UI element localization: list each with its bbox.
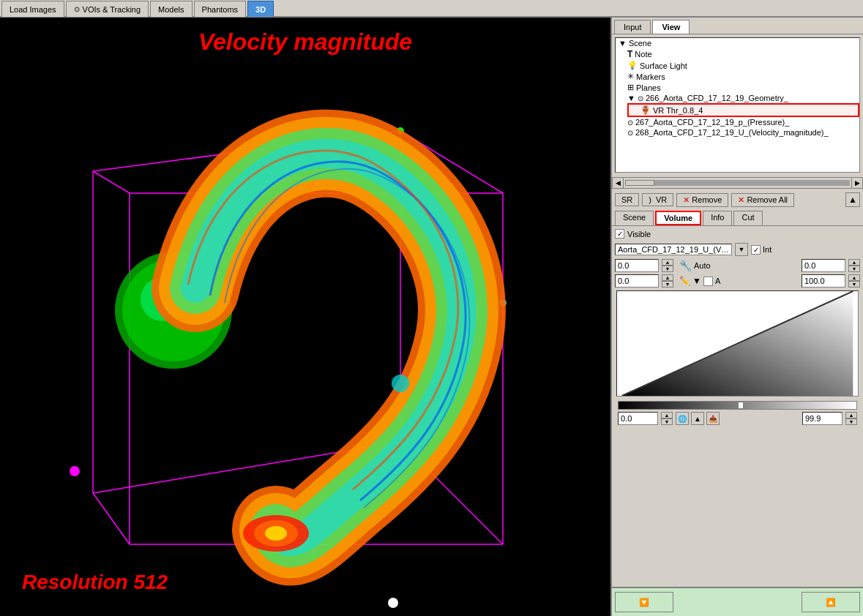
tree-icon-eye-266: ⊙	[638, 94, 643, 102]
tab-vois-tracking[interactable]: ⊙ VOIs & Tracking	[66, 1, 149, 17]
colorbar-max-up[interactable]: ▲	[845, 412, 857, 418]
range-min-down[interactable]: ▼	[662, 266, 673, 272]
tree-item-velocity-268[interactable]: ⊙ 268_Aorta_CFD_17_12_19_U_(Velocity_mag…	[616, 127, 859, 138]
range-row-1: ▲ ▼ 🔧 Auto ▲ ▼	[615, 259, 860, 272]
sub-tab-cut[interactable]: Cut	[733, 211, 762, 225]
tree-label-velocity-268: 268_Aorta_CFD_17_12_19_U_(Velocity_magni…	[635, 128, 829, 137]
vr-button[interactable]: ) VR	[642, 193, 673, 206]
sub-tab-scene[interactable]: Scene	[615, 211, 654, 225]
tree-item-planes[interactable]: ⊞ Planes	[616, 82, 859, 93]
alpha-max-down[interactable]: ▼	[848, 281, 860, 288]
tree-icon-note: T	[627, 49, 632, 59]
tree-item-markers[interactable]: ✳ Markers	[616, 71, 859, 82]
colorbar-min-down[interactable]: ▼	[661, 418, 673, 425]
range-min-up[interactable]: ▲	[662, 259, 673, 266]
bottom-left-button[interactable]: 🔽	[615, 592, 673, 612]
alpha-min-down[interactable]: ▼	[662, 281, 673, 288]
colorbar-max-spinner[interactable]: ▲ ▼	[845, 412, 857, 425]
visible-checkbox[interactable]	[615, 229, 624, 238]
colorbar-min-input[interactable]	[618, 412, 658, 425]
tf-svg	[617, 291, 858, 396]
visible-checkbox-label[interactable]: Visible	[615, 229, 651, 238]
top-tab-bar: Load Images ⊙ VOIs & Tracking Models Pha…	[0, 0, 863, 18]
tab-input[interactable]: Input	[614, 20, 651, 34]
scroll-left[interactable]: ◀	[612, 177, 624, 189]
tree-icon-markers: ✳	[627, 72, 634, 81]
tree-item-note[interactable]: T Note	[616, 48, 859, 60]
sr-label: SR	[621, 195, 632, 204]
alpha-max-input[interactable]	[802, 274, 845, 288]
visible-label: Visible	[627, 230, 651, 238]
svg-point-23	[392, 375, 409, 392]
viewport[interactable]: Velocity magnitude	[0, 18, 610, 616]
scene-tree[interactable]: ▼ Scene T Note 💡 Surface Light ✳ Markers	[615, 37, 860, 173]
vois-label: VOIs & Tracking	[83, 5, 141, 14]
tab-models[interactable]: Models	[150, 1, 192, 17]
volume-panel: Visible Aorta_CFD_17_12_19_U_(Velocity_.…	[612, 226, 863, 587]
remove-button[interactable]: ✕ Remove	[676, 193, 728, 207]
auto-value-down[interactable]: ▼	[848, 266, 860, 272]
bottom-right-button[interactable]: 🔼	[802, 592, 860, 612]
vr-label: VR	[656, 195, 667, 204]
load-images-label: Load Images	[10, 5, 56, 14]
viewport-scene	[0, 18, 610, 616]
tree-icon-surfacelight: 💡	[627, 61, 638, 70]
tree-item-geometry-266[interactable]: ▼ ⊙ 266_Aorta_CFD_17_12_19_Geometry_	[616, 93, 859, 103]
tab-view[interactable]: View	[652, 20, 690, 34]
field-name-display: Aorta_CFD_17_12_19_U_(Velocity_...	[615, 244, 732, 255]
colorbar-max-input[interactable]	[802, 412, 843, 425]
alpha-min-up[interactable]: ▲	[662, 274, 673, 281]
alpha-max-up[interactable]: ▲	[848, 274, 860, 281]
int-checkbox[interactable]	[751, 245, 761, 255]
colorbar-min-spinner[interactable]: ▲ ▼	[661, 412, 673, 425]
scroll-right[interactable]: ▶	[851, 177, 863, 189]
colorbar-thumb[interactable]	[738, 402, 744, 409]
panel-tab-bar: Input View	[612, 18, 863, 34]
int-checkbox-group: Int	[751, 245, 772, 255]
tree-icon-eye-268: ⊙	[627, 129, 633, 137]
colorbar-max-down[interactable]: ▼	[845, 418, 857, 425]
range-min-spinner[interactable]: ▲ ▼	[662, 259, 673, 272]
tree-label-pressure-267: 267_Aorta_CFD_17_12_19_p_(Pressure)_	[635, 118, 789, 127]
colorbar-icons: 🌐 ▲ 📥	[676, 412, 720, 425]
transfer-function-display[interactable]	[616, 290, 859, 397]
tree-item-scene[interactable]: ▼ Scene	[616, 38, 859, 48]
horizontal-scrollbar[interactable]: ◀ ▶	[612, 177, 863, 189]
alpha-min-input[interactable]	[615, 274, 659, 288]
range-min-input[interactable]	[615, 259, 659, 272]
colorbar-up-icon[interactable]: ▲	[691, 412, 704, 425]
scroll-thumb[interactable]	[625, 180, 654, 186]
sub-tab-volume[interactable]: Volume	[655, 211, 701, 225]
pen-dropdown-icon[interactable]: ▼	[692, 276, 701, 286]
auto-icon[interactable]: 🔧	[679, 260, 692, 271]
a-checkbox[interactable]	[703, 277, 713, 286]
up-button[interactable]: ▲	[845, 192, 860, 207]
colorbar-globe-icon[interactable]: 🌐	[676, 412, 689, 425]
alpha-min-spinner[interactable]: ▲ ▼	[662, 274, 673, 288]
tree-label-markers: Markers	[636, 72, 665, 81]
svg-point-22	[265, 526, 287, 541]
colorbar-import-icon[interactable]: 📥	[706, 412, 720, 425]
tab-load-images[interactable]: Load Images	[1, 1, 64, 17]
tree-item-surfacelight[interactable]: 💡 Surface Light	[616, 60, 859, 71]
main-container: Velocity magnitude	[0, 18, 863, 616]
colorbar[interactable]	[618, 401, 857, 410]
tree-item-vr-thr[interactable]: 🏺 VR Thr_0.8_4	[627, 103, 859, 117]
scroll-track[interactable]	[625, 180, 850, 186]
auto-value-input[interactable]	[802, 259, 845, 272]
sr-button[interactable]: SR	[615, 193, 639, 206]
tab-3d[interactable]: 3D	[247, 1, 274, 17]
pen-icon[interactable]: ✏️	[679, 276, 690, 286]
auto-value-up[interactable]: ▲	[848, 259, 860, 266]
colorbar-min-up[interactable]: ▲	[661, 412, 673, 418]
remove-all-button[interactable]: ✕ Remove All	[731, 193, 794, 207]
tab-phantoms[interactable]: Phantoms	[194, 1, 247, 17]
alpha-max-spinner[interactable]: ▲ ▼	[848, 274, 860, 288]
vr-icon: )	[649, 195, 651, 204]
sub-tab-info[interactable]: Info	[703, 211, 732, 225]
auto-value-spinner[interactable]: ▲ ▼	[848, 259, 860, 272]
tree-label-geometry-266: 266_Aorta_CFD_17_12_19_Geometry_	[646, 94, 788, 102]
field-dropdown-button[interactable]: ▼	[735, 243, 748, 256]
svg-point-15	[388, 598, 398, 608]
tree-item-pressure-267[interactable]: ⊙ 267_Aorta_CFD_17_12_19_p_(Pressure)_	[616, 117, 859, 127]
